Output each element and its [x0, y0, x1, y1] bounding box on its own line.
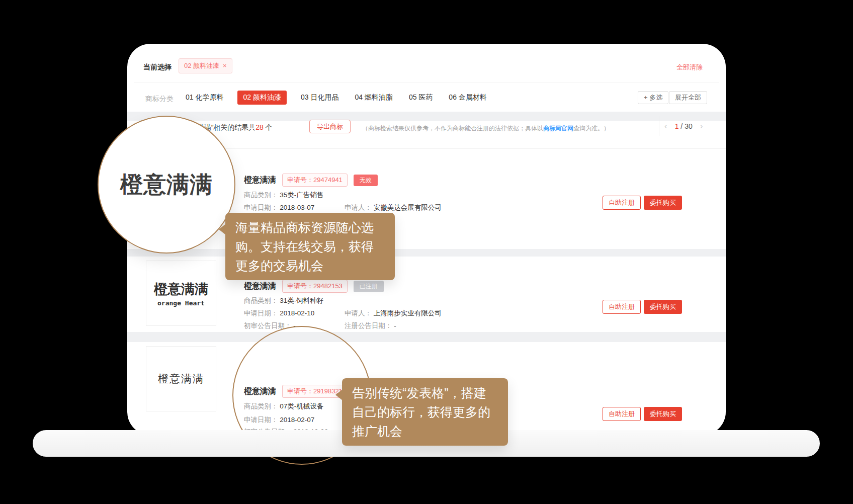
category-filter-label: 商标分类 [145, 95, 174, 104]
category-item-05[interactable]: 05 医药 [407, 93, 435, 102]
section-gap [127, 332, 726, 342]
screenshot-stage: 当前选择 02 颜料油漆× 全部清除 商标分类 01 化学原料 02 颜料油漆 … [0, 0, 853, 504]
trademark-image-subtext: orange Heart [157, 299, 205, 307]
current-page: 1 [675, 122, 679, 130]
category-item-04[interactable]: 04 燃料油脂 [353, 93, 394, 102]
pagination: ‹ 1 / 30 › [664, 122, 703, 130]
trademark-image: 橙意满满 orange Heart [146, 261, 216, 326]
applicant-value: 上海雨步实业有限公司 [374, 309, 442, 317]
disclaimer-text: （商标检索结果仅供参考，不作为商标能否注册的法律依据；具体以商标局官网查询为准。… [362, 124, 610, 133]
trademark-office-link[interactable]: 商标局官网 [543, 125, 573, 132]
entrust-purchase-button[interactable]: 委托购买 [644, 300, 682, 314]
applicant-label: 申请人： [345, 204, 372, 211]
registration-publication-label: 注册公告日期： [345, 322, 392, 329]
self-register-button[interactable]: 自助注册 [603, 196, 641, 210]
category-item-02-active[interactable]: 02 颜料油漆 [237, 91, 286, 105]
product-category-value: 31类-饲料种籽 [280, 297, 323, 304]
status-badge: 已注册 [354, 281, 384, 292]
page-indicator: 1 / 30 [675, 122, 693, 130]
header-vertical-divider [659, 116, 659, 136]
tooltip-tail-icon [335, 389, 343, 400]
product-category-line: 商品类别： 35类-广告销售 [244, 191, 606, 200]
next-page-icon[interactable]: › [700, 122, 703, 130]
clear-all-button[interactable]: 全部清除 [676, 63, 703, 72]
result-row-2: 橙意满满 orange Heart 橙意满满 申请号：29482153 已注册 … [127, 257, 726, 332]
current-selection-label: 当前选择 [143, 63, 172, 72]
trademark-image-text: 橙意满满 [154, 280, 208, 298]
applicant-value: 安徽美达会展有限公司 [374, 204, 442, 211]
tooltip-trade-resources-text: 海量精品商标资源随心选购。支持在线交易，获得更多的交易机会 [235, 220, 374, 273]
magnifier-trademark-text: 橙意满满 [120, 170, 213, 200]
trademark-title: 橙意满满 [244, 175, 276, 186]
applicant-cell: 申请人： 安徽美达会展有限公司 [345, 203, 442, 212]
application-number-value: 29474941 [313, 176, 343, 184]
expand-all-button[interactable]: 展开全部 [669, 91, 707, 104]
disclaimer-prefix: （商标检索结果仅供参考，不作为商标能否注册的法律依据；具体以 [362, 125, 543, 132]
selected-filter-tag[interactable]: 02 颜料油漆× [179, 58, 232, 73]
category-item-03[interactable]: 03 日化用品 [299, 93, 340, 102]
application-number-tag: 申请号：29482153 [282, 280, 348, 293]
trademark-title: 橙意满满 [244, 281, 276, 292]
multi-select-button[interactable]: + 多选 [638, 91, 668, 104]
apply-date-value: 2018-03-07 [280, 204, 314, 211]
section-gap [127, 249, 726, 257]
apply-date-line: 申请日期： 2018-03-07 申请人： 安徽美达会展有限公司 [244, 203, 606, 212]
tooltip-promotion: 告别传统“发表格”，搭建自己的标行，获得更多的推广机会 [342, 378, 508, 446]
tooltip-trade-resources: 海量精品商标资源随心选购。支持在线交易，获得更多的交易机会 [225, 213, 395, 280]
apply-date-label: 申请日期： [244, 204, 278, 211]
application-number-label: 申请号： [287, 282, 313, 290]
results-count: 28 [255, 123, 264, 131]
category-item-01[interactable]: 01 化学原料 [184, 93, 225, 102]
product-category-value: 35类-广告销售 [280, 191, 323, 199]
page-separator: / [680, 122, 683, 130]
product-category-label: 商品类别： [244, 297, 278, 304]
tooltip-tail-icon [219, 224, 226, 235]
self-register-button[interactable]: 自助注册 [603, 407, 641, 421]
application-number-label: 申请号： [287, 176, 313, 184]
product-category-label: 商品类别： [244, 191, 278, 199]
application-number-value: 29482153 [313, 282, 343, 290]
magnifier-circle: 橙意满满 [98, 116, 235, 254]
applicant-cell: 申请人： 上海雨步实业有限公司 [345, 309, 442, 318]
application-number-tag: 申请号：29474941 [282, 174, 348, 187]
disclaimer-suffix: 查询为准。） [573, 125, 610, 132]
applicant-label: 申请人： [345, 309, 372, 317]
export-trademarks-button[interactable]: 导出商标 [309, 120, 351, 133]
filter-divider [134, 82, 719, 83]
registration-publication-value: - [394, 322, 396, 329]
apply-date-line: 申请日期： 2018-02-10 申请人： 上海雨步实业有限公司 [244, 309, 606, 318]
main-panel: 当前选择 02 颜料油漆× 全部清除 商标分类 01 化学原料 02 颜料油漆 … [127, 44, 726, 435]
category-list: 01 化学原料 02 颜料油漆 03 日化用品 04 燃料油脂 05 医药 06… [184, 91, 489, 105]
prev-page-icon[interactable]: ‹ [664, 122, 667, 130]
results-summary-unit: 个 [264, 123, 273, 131]
selected-filter-tag-label: 02 颜料油漆 [184, 62, 219, 69]
category-item-06[interactable]: 06 金属材料 [447, 93, 488, 102]
entrust-purchase-button[interactable]: 委托购买 [644, 407, 682, 421]
apply-date-label: 申请日期： [244, 309, 278, 317]
section-gap [127, 112, 726, 121]
status-badge: 无效 [354, 175, 378, 186]
trademark-image: 橙意满满 [146, 346, 216, 411]
apply-date-value: 2018-02-10 [280, 309, 314, 317]
entrust-purchase-button[interactable]: 委托购买 [644, 196, 682, 210]
tooltip-promotion-text: 告别传统“发表格”，搭建自己的标行，获得更多的推广机会 [352, 386, 490, 438]
registration-publication-cell: 注册公告日期： - [345, 321, 396, 330]
total-pages: 30 [685, 122, 693, 130]
remove-filter-icon[interactable]: × [223, 62, 227, 69]
product-category-line: 商品类别： 31类-饲料种籽 [244, 296, 606, 305]
trademark-image-text: 橙意满满 [158, 372, 204, 386]
self-register-button[interactable]: 自助注册 [603, 300, 641, 314]
